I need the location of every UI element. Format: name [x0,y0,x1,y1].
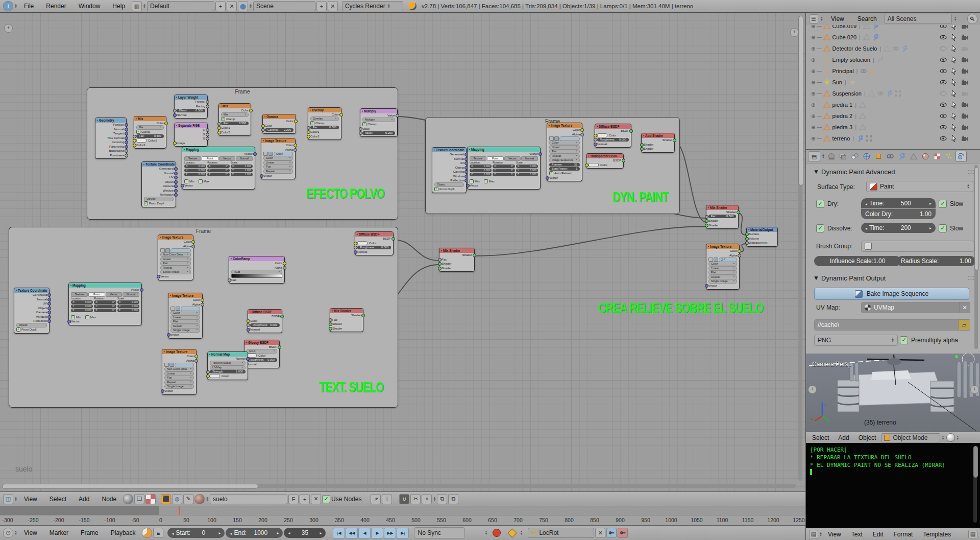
keyingset-clear-button[interactable]: ✕ [595,528,605,538]
camera-restrict-icon[interactable] [961,34,968,41]
output-socket-row[interactable]: Vector [69,288,141,292]
color-swatch-row[interactable]: Color [355,241,393,246]
object-name[interactable]: Empty solucion [832,57,870,63]
eye-restrict-icon[interactable] [940,67,947,75]
image-selector[interactable] [168,307,202,311]
input-socket-row[interactable]: Vector [158,274,193,279]
node-texturecoordinate[interactable]: TextureCoordinateGeneratedNormalUVObject… [432,147,467,193]
fake-user-button[interactable]: F [288,494,299,504]
output-socket-row[interactable]: Object [432,166,466,170]
output-socket-row[interactable]: Shader [706,210,738,215]
tab-texture[interactable]: Texture [470,156,486,161]
layout-selector[interactable]: Default [147,1,214,11]
dropdown[interactable]: Image Sequence▾ [547,158,582,163]
scene-add-button[interactable]: + [316,1,327,11]
mapping-tabs[interactable]: TexturePointVectorNormal [468,156,540,161]
node-image-texture[interactable]: Image TextureColorAlphaColor▾Linear▾Flat… [547,123,582,181]
text-editor-icon[interactable]: ▤ [809,530,818,539]
meshd-icon[interactable] [859,124,866,131]
outliner-item-piedra-2[interactable]: ⊕piedra 2| [811,111,866,121]
viewport-3d[interactable]: z x y Camera Persp (35) terreno + + [806,354,980,432]
dropdown[interactable]: Flat▾ [706,271,739,275]
pin-icon[interactable]: 📌︎ [371,494,381,504]
dropdown[interactable]: Repeat▾ [261,169,295,174]
snap-target-icon[interactable]: ⚬ [422,494,432,504]
panel-drag-dots[interactable]: :::: [968,168,974,175]
object-name[interactable]: Suspension [832,90,862,97]
wrench-icon[interactable] [872,25,879,30]
texture-tree-icon[interactable] [145,494,156,504]
dupli-icon[interactable] [865,135,872,142]
material-unlink-button[interactable]: ✕ [311,494,321,504]
checkbox-row[interactable]: MinMax [69,315,141,320]
snap-stepper[interactable]: ▲▼ [433,497,436,502]
dropdown[interactable]: Repeat▾ [706,275,739,279]
dropdown[interactable]: Linear▾ [162,371,196,376]
output-socket-row[interactable]: Object [142,180,176,184]
snap-element-icon[interactable]: ✂ [410,494,421,504]
node-normal-map[interactable]: Normal MapNormalTangent Space▾UVMap▾Stre… [207,351,248,380]
outliner-item-suspension[interactable]: ⊕Suspension| [811,88,901,99]
outliner-editor-icon[interactable]: ☰ [809,14,818,24]
color-swatch-row[interactable]: Color [244,354,279,358]
dissolve-time-field[interactable]: ◂Time: 200▸ [861,223,936,233]
object-name[interactable]: piedra 2 [832,113,852,119]
dropdown[interactable]: Multiply▾ [360,118,397,123]
tab-texture[interactable]: Texture [184,156,201,161]
dropdown[interactable]: Tangent Space▾ [208,361,248,366]
mapping-tabs[interactable]: TexturePointVectorNormal [182,156,255,161]
node-image-texture[interactable]: Image TextureColorAlphaNon-Color Data▾Li… [158,234,193,280]
cursor-restrict-icon[interactable] [950,45,958,52]
input-socket-row[interactable]: Shader [439,262,474,266]
camera-restrict-icon[interactable] [961,25,968,30]
output-socket-row[interactable]: Alpha [168,302,202,307]
value-slider[interactable]: Start Frame:1 [547,167,582,172]
tab-normal[interactable]: Normal [122,292,139,297]
outliner-item-cube-020[interactable]: ⊕Cube.020| [811,32,879,42]
material-ball-icon[interactable] [194,494,205,504]
cursor-restrict-icon[interactable] [950,112,958,120]
object-name[interactable]: Cube.020 [832,34,856,40]
node-colorramp[interactable]: ColorRampColorAlphaRGB▾Fac [229,256,285,284]
surface-type-dropdown[interactable]: Paint▲▼ [866,181,973,192]
tab-vector[interactable]: Vector [106,292,122,297]
dropdown[interactable]: RGB▾ [229,270,284,274]
input-socket-row[interactable]: Shader [642,147,674,151]
node-separate-rgb[interactable]: Separate RGBRGBImage [174,123,208,147]
output-socket-row[interactable]: Vector [182,152,255,156]
input-socket-row[interactable]: Image [175,141,207,146]
output-socket-row[interactable]: Color [162,354,196,359]
properties-tab-renderlayers[interactable] [838,151,848,161]
outliner-item-piedra-1[interactable]: ⊕piedra 1| [811,100,866,110]
mapping-grid[interactable]: Location:X:0.000Y:0.000Z:0.000Rotation:X… [182,161,255,179]
properties-tab-render[interactable] [826,151,837,161]
node-mix-shader[interactable]: Mix ShaderShaderFac:0.500ShaderShader [706,205,739,229]
text-editor-stepper[interactable]: ▲▼ [819,532,822,537]
scene-stepper[interactable]: ▲▼ [249,4,252,9]
scene-delete-button[interactable]: ✕ [328,1,338,11]
camera-restrict-icon[interactable] [961,124,968,131]
dropdown[interactable]: Flat▾ [158,262,193,266]
input-socket-row[interactable]: Normal [595,142,631,147]
vp-menu-add[interactable]: Add [834,434,853,441]
output-socket-row[interactable]: Alpha [229,266,284,270]
premultiply-toggle[interactable]: ✓Premultiply alpha [900,336,958,344]
menu-render[interactable]: Render [40,3,71,10]
node-diffuse-bsdf[interactable]: Diffuse BSDFBSDFColorRoughness:0.000Norm… [248,309,282,333]
meshd-icon[interactable] [859,112,866,120]
camera-restrict-icon[interactable] [961,112,968,120]
material-stepper[interactable]: ▲▼ [206,497,209,502]
expander-icon[interactable]: ⊕ [811,46,815,52]
link-icon[interactable] [860,67,867,75]
input-socket-row[interactable]: Shader [330,326,363,331]
properties-tab-modifiers[interactable] [897,151,907,161]
mapping-grid[interactable]: Location:X:0.000Y:0.000Z:0.000Rotation:X… [69,297,141,315]
copy-nodes-icon[interactable]: ⧉ [437,494,447,504]
outliner-item-piedra-3[interactable]: ⊕piedra 3| [811,122,866,132]
node-image-texture[interactable]: Image TextureColorAlphaNon-Color Data▾Li… [162,349,197,395]
properties-tab-constraints[interactable] [885,151,895,161]
node-transparent-bsdf[interactable]: Transparent BSDFBSDFColor [586,153,624,169]
value-slider[interactable]: Value:5.200 [360,131,397,135]
node-gamma[interactable]: GammaColorColorGamma:2.200 [262,114,296,134]
output-socket-row[interactable]: Window [432,174,466,179]
